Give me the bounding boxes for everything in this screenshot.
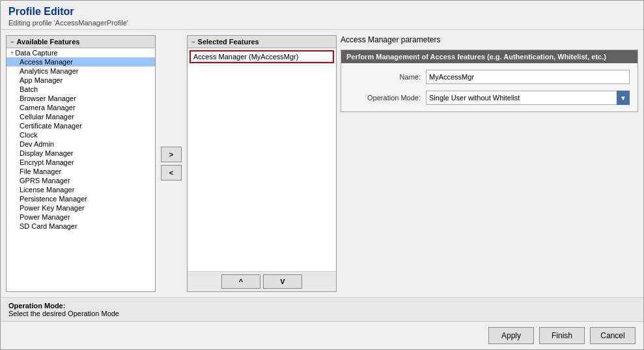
available-list-item[interactable]: Dev Admin — [7, 139, 155, 149]
available-list-item[interactable]: GPRS Manager — [7, 176, 155, 185]
available-features-title: Available Features — [17, 38, 80, 46]
selected-features-header: – Selected Features — [188, 36, 336, 48]
operation-mode-select-wrapper: Single User without WhitelistSingle User… — [426, 91, 630, 105]
name-input[interactable] — [426, 70, 630, 84]
available-list-item[interactable]: Persistence Manager — [7, 194, 155, 203]
available-list-item[interactable]: Display Manager — [7, 149, 155, 158]
selected-panel-footer: ^ V — [188, 271, 336, 291]
available-list-item[interactable]: Analytics Manager — [7, 66, 155, 76]
available-list-item[interactable]: SD Card Manager — [7, 222, 155, 231]
available-list-item[interactable]: Encrypt Manager — [7, 158, 155, 167]
move-down-button[interactable]: V — [263, 274, 302, 289]
dialog-subtitle: Editing profile 'AccessManagerProfile' — [8, 19, 636, 27]
tree-parent-label: Data Capture — [15, 49, 57, 57]
available-list-item[interactable]: Access Manager — [7, 57, 155, 66]
name-label: Name: — [349, 73, 421, 81]
params-title: Access Manager parameters — [341, 35, 638, 44]
profile-editor-dialog: Profile Editor Editing profile 'AccessMa… — [0, 0, 644, 350]
available-list-item[interactable]: Power Manager — [7, 212, 155, 222]
operation-mode-select[interactable]: Single User without WhitelistSingle User… — [426, 91, 630, 105]
remove-button[interactable]: < — [161, 165, 182, 181]
dialog-title: Profile Editor — [8, 6, 636, 18]
available-features-header: – Available Features — [7, 36, 155, 48]
selected-features-panel: – Selected Features Access Manager (MyAc… — [187, 35, 337, 292]
available-list-item[interactable]: Camera Manager — [7, 103, 155, 112]
available-list-item[interactable]: Browser Manager — [7, 94, 155, 103]
status-bar-title: Operation Mode: — [8, 302, 65, 310]
operation-mode-label: Operation Mode: — [349, 94, 421, 102]
tree-parent-item[interactable]: +Data Capture — [7, 48, 155, 57]
selected-features-title: Selected Features — [198, 38, 259, 46]
expand-icon: + — [10, 50, 14, 56]
cancel-button[interactable]: Cancel — [590, 327, 636, 344]
available-list-item[interactable]: File Manager — [7, 167, 155, 176]
params-form: Name: Operation Mode: Single User withou… — [341, 63, 637, 111]
available-features-panel: – Available Features +Data CaptureAccess… — [6, 35, 156, 292]
available-list-item[interactable]: Cellular Manager — [7, 112, 155, 121]
params-box: Perform Management of Access features (e… — [341, 50, 638, 112]
available-list-item[interactable]: Clock — [7, 130, 155, 139]
dialog-header: Profile Editor Editing profile 'AccessMa… — [1, 1, 643, 30]
status-bar: Operation Mode: Select the desired Opera… — [1, 297, 643, 321]
minus-icon-2: – — [191, 38, 195, 46]
minus-icon: – — [10, 38, 14, 46]
available-list-item[interactable]: Certificate Manager — [7, 121, 155, 130]
dialog-body: – Available Features +Data CaptureAccess… — [1, 30, 643, 297]
operation-mode-row: Operation Mode: Single User without Whit… — [349, 91, 630, 105]
finish-button[interactable]: Finish — [539, 327, 585, 344]
available-features-list[interactable]: +Data CaptureAccess ManagerAnalytics Man… — [7, 48, 155, 291]
available-list-item[interactable]: License Manager — [7, 185, 155, 194]
available-list-item[interactable]: App Manager — [7, 76, 155, 85]
name-row: Name: — [349, 70, 630, 84]
dialog-footer: Apply Finish Cancel — [1, 321, 643, 349]
available-list-item[interactable]: Power Key Manager — [7, 203, 155, 212]
selected-list-item[interactable]: Access Manager (MyAccessMgr) — [189, 50, 334, 63]
move-up-button[interactable]: ^ — [221, 274, 260, 289]
add-button[interactable]: > — [161, 147, 182, 162]
params-box-header: Perform Management of Access features (e… — [341, 50, 637, 63]
transfer-buttons: > < — [160, 35, 183, 292]
status-bar-description: Select the desired Operation Mode — [8, 310, 119, 317]
apply-button[interactable]: Apply — [488, 327, 534, 344]
selected-features-list[interactable]: Access Manager (MyAccessMgr) — [188, 48, 336, 271]
available-list-item[interactable]: Batch — [7, 85, 155, 94]
right-panel: Access Manager parameters Perform Manage… — [341, 35, 638, 292]
